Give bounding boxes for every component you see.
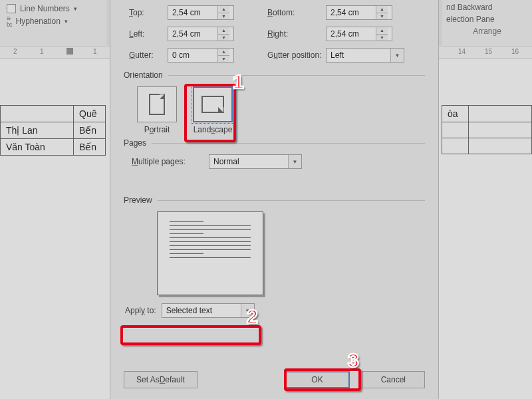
top-input[interactable] [168, 6, 217, 19]
top-spinner[interactable]: ▲▼ [168, 5, 234, 20]
right-label: Right: [267, 29, 326, 39]
top-down[interactable]: ▼ [218, 13, 229, 20]
apply-to-label: Apply to: [125, 306, 156, 315]
cancel-button[interactable]: Cancel [362, 371, 425, 388]
document-table-left: Quê Thị LanBến Văn ToànBến [0, 105, 106, 156]
ok-button[interactable]: OK [285, 371, 349, 388]
bottom-input[interactable] [327, 6, 376, 19]
gutter-spinner[interactable]: ▲▼ [168, 48, 234, 63]
bottom-down[interactable]: ▼ [376, 13, 388, 20]
pages-header: Pages [124, 138, 146, 148]
send-backward[interactable]: nd Backward [446, 3, 528, 12]
gutter-pos-label: Gutter position: [267, 51, 326, 60]
preview-thumbnail [157, 211, 263, 295]
document-table-right: òa [442, 105, 532, 154]
landscape-icon [201, 96, 224, 113]
multiple-pages-label: Multiple pages: [132, 157, 203, 166]
multiple-pages-dropdown[interactable]: Normal ▼ [209, 154, 302, 169]
gutter-input[interactable] [168, 49, 217, 62]
selection-pane[interactable]: election Pane [446, 15, 528, 24]
hyphenation-icon: a-bc [7, 15, 12, 28]
chevron-down-icon[interactable]: ▼ [241, 304, 254, 317]
orientation-header: Orientation [124, 70, 163, 80]
chevron-down-icon[interactable]: ▼ [288, 155, 301, 168]
right-input[interactable] [327, 27, 376, 41]
chevron-down-icon[interactable]: ▼ [390, 49, 404, 62]
apply-to-dropdown[interactable]: Selected text ▼ [162, 303, 255, 318]
bottom-spinner[interactable]: ▲▼ [326, 5, 392, 20]
portrait-option[interactable]: Portrait [137, 86, 177, 134]
preview-header: Preview [124, 196, 152, 205]
bottom-up[interactable]: ▲ [376, 6, 388, 13]
left-label: Left: [129, 29, 168, 39]
set-default-button[interactable]: Set As Default [124, 371, 198, 388]
line-numbers-label: Line Numbers [20, 4, 70, 13]
right-spinner[interactable]: ▲▼ [326, 27, 392, 41]
left-input[interactable] [168, 27, 217, 41]
bottom-label: Bottom: [267, 8, 326, 17]
line-numbers-checkbox[interactable] [7, 4, 16, 13]
portrait-icon [149, 94, 165, 115]
top-up[interactable]: ▲ [218, 6, 229, 13]
page-setup-dialog: TTop:op: ▲▼ Bottom: ▲▼ Left: ▲▼ Right: ▲… [110, 0, 439, 399]
top-label: TTop:op: [129, 8, 168, 17]
gutter-label: Gutter: [129, 51, 168, 60]
arrange-group-label: Arrange [446, 27, 528, 36]
left-spinner[interactable]: ▲▼ [168, 27, 234, 41]
hyphenation-label[interactable]: Hyphenation [16, 17, 61, 26]
landscape-option[interactable]: Landscape [193, 86, 233, 134]
gutter-pos-dropdown[interactable]: Left ▼ [326, 48, 404, 63]
